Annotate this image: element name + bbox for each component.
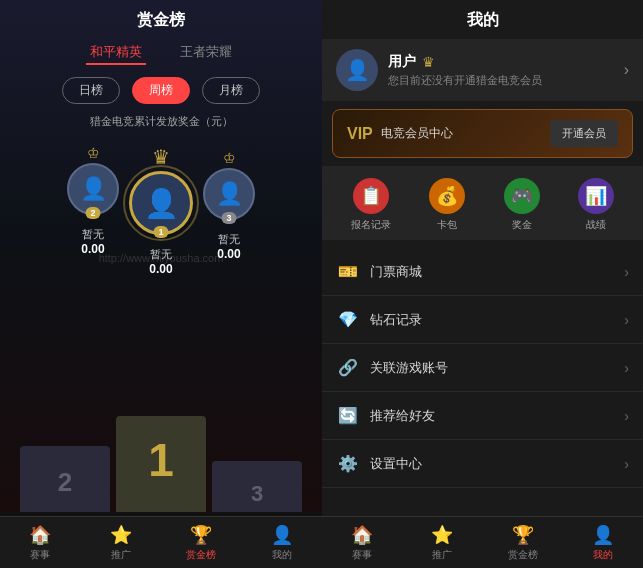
player-score-first: 0.00 xyxy=(149,262,172,276)
tuiguang-icon-right: ⭐ xyxy=(431,524,453,546)
kabao-icon: 💰 xyxy=(436,185,458,207)
zuanshi-arrow: › xyxy=(624,312,629,328)
right-bottom-nav: 🏠 赛事 ⭐ 推广 🏆 赏金榜 👤 我的 xyxy=(322,516,643,568)
game-tabs: 和平精英 王者荣耀 xyxy=(0,37,322,73)
player-first: ♛ 👤 1 暂无 0.00 xyxy=(129,145,193,276)
wode-icon-left: 👤 xyxy=(271,524,293,546)
user-avatar: 👤 xyxy=(336,49,378,91)
saishi-label-left: 赛事 xyxy=(30,548,50,562)
players-row: ♔ 👤 2 暂无 0.00 ♛ 👤 1 暂无 0.00 ♔ xyxy=(0,135,322,276)
nav-shangjinbang-left[interactable]: 🏆 赏金榜 xyxy=(176,524,226,562)
left-bottom-nav: 🏠 赛事 ⭐ 推广 🏆 赏金榜 👤 我的 xyxy=(0,516,322,568)
vip-crown-icon: ♛ xyxy=(422,54,435,70)
zhanji-icon: 📊 xyxy=(585,185,607,207)
right-panel: 我的 👤 用户 ♛ 您目前还没有开通猎金电竞会员 › VIP 电竞会员中心 开通… xyxy=(322,0,643,568)
shezhi-label: 设置中心 xyxy=(370,455,624,473)
person-icon-first: 👤 xyxy=(144,187,179,220)
player-third: ♔ 👤 3 暂无 0.00 xyxy=(203,150,255,261)
saishi-label-right: 赛事 xyxy=(352,548,372,562)
icons-row: 📋 报名记录 💰 卡包 🎮 奖金 📊 战绩 xyxy=(322,166,643,240)
menpiaosc-icon: 🎫 xyxy=(336,262,360,281)
player-name-third: 暂无 xyxy=(218,232,240,247)
kabao-label: 卡包 xyxy=(437,218,457,232)
avatar-third: 👤 3 xyxy=(203,168,255,220)
saishi-icon-right: 🏠 xyxy=(351,524,373,546)
podium-svg: 2 1 3 xyxy=(0,396,322,516)
zhanji-icon-circle: 📊 xyxy=(578,178,614,214)
menpiaosc-label: 门票商城 xyxy=(370,263,624,281)
shangjinbang-icon-left: 🏆 xyxy=(190,524,212,546)
person-icon-third: 👤 xyxy=(216,181,243,207)
svg-text:3: 3 xyxy=(251,481,263,506)
nav-tuiguang-left[interactable]: ⭐ 推广 xyxy=(96,524,146,562)
rank-badge-third: 3 xyxy=(221,212,236,224)
menu-item-shezhi[interactable]: ⚙️ 设置中心 › xyxy=(322,440,643,488)
svg-text:1: 1 xyxy=(148,434,174,486)
tuiguang-label-right: 推广 xyxy=(432,548,452,562)
zuanshi-icon: 💎 xyxy=(336,310,360,329)
jiangjin-icon: 🎮 xyxy=(511,185,533,207)
tuijian-label: 推荐给好友 xyxy=(370,407,624,425)
vip-banner[interactable]: VIP 电竞会员中心 开通会员 xyxy=(332,109,633,158)
jiangjin-icon-circle: 🎮 xyxy=(504,178,540,214)
daily-btn[interactable]: 日榜 xyxy=(62,77,120,104)
tuiguang-label-left: 推广 xyxy=(111,548,131,562)
player-score-third: 0.00 xyxy=(217,247,240,261)
user-row[interactable]: 👤 用户 ♛ 您目前还没有开通猎金电竞会员 › xyxy=(322,39,643,101)
saishi-icon-left: 🏠 xyxy=(29,524,51,546)
vip-label: VIP xyxy=(347,125,373,143)
wode-label-left: 我的 xyxy=(272,548,292,562)
icon-jiangjin[interactable]: 🎮 奖金 xyxy=(504,178,540,232)
guanlian-arrow: › xyxy=(624,360,629,376)
icon-kabao[interactable]: 💰 卡包 xyxy=(429,178,465,232)
tuijian-arrow: › xyxy=(624,408,629,424)
person-icon-second: 👤 xyxy=(80,176,107,202)
menpiaosc-arrow: › xyxy=(624,264,629,280)
nav-wode-right[interactable]: 👤 我的 xyxy=(578,524,628,562)
period-buttons: 日榜 周榜 月榜 xyxy=(0,73,322,112)
wode-icon-right: 👤 xyxy=(592,524,614,546)
shezhi-icon: ⚙️ xyxy=(336,454,360,473)
shangjinbang-icon-right: 🏆 xyxy=(512,524,534,546)
svg-text:2: 2 xyxy=(58,467,72,497)
guanlian-icon: 🔗 xyxy=(336,358,360,377)
nav-saishi-right[interactable]: 🏠 赛事 xyxy=(337,524,387,562)
nav-wode-left[interactable]: 👤 我的 xyxy=(257,524,307,562)
menu-item-menpiaosc[interactable]: 🎫 门票商城 › xyxy=(322,248,643,296)
menu-item-tuijian[interactable]: 🔄 推荐给好友 › xyxy=(322,392,643,440)
nav-saishi-left[interactable]: 🏠 赛事 xyxy=(15,524,65,562)
weekly-btn[interactable]: 周榜 xyxy=(132,77,190,104)
open-vip-button[interactable]: 开通会员 xyxy=(550,120,618,147)
shangjinbang-label-left: 赏金榜 xyxy=(186,548,216,562)
user-sub-text: 您目前还没有开通猎金电竞会员 xyxy=(388,73,614,88)
rank-badge-first: 1 xyxy=(153,226,168,238)
menu-list: 🎫 门票商城 › 💎 钻石记录 › 🔗 关联游戏账号 › 🔄 推荐给好友 › ⚙… xyxy=(322,248,643,516)
baoming-label: 报名记录 xyxy=(351,218,391,232)
nav-tuiguang-right[interactable]: ⭐ 推广 xyxy=(417,524,467,562)
icon-baoming[interactable]: 📋 报名记录 xyxy=(351,178,391,232)
rank-badge-second: 2 xyxy=(85,207,100,219)
player-second: ♔ 👤 2 暂无 0.00 xyxy=(67,145,119,256)
kabao-icon-circle: 💰 xyxy=(429,178,465,214)
left-title: 赏金榜 xyxy=(0,0,322,37)
baoming-icon-circle: 📋 xyxy=(353,178,389,214)
zhanji-label: 战绩 xyxy=(586,218,606,232)
wode-label-right: 我的 xyxy=(593,548,613,562)
menu-item-zuanshi[interactable]: 💎 钻石记录 › xyxy=(322,296,643,344)
tab-heping[interactable]: 和平精英 xyxy=(86,41,146,65)
avatar-first: 👤 1 xyxy=(129,171,193,235)
user-name-row: 用户 ♛ xyxy=(388,53,614,71)
nav-shangjinbang-right[interactable]: 🏆 赏金榜 xyxy=(498,524,548,562)
icon-zhanji[interactable]: 📊 战绩 xyxy=(578,178,614,232)
right-title: 我的 xyxy=(322,0,643,39)
baoming-icon: 📋 xyxy=(360,185,382,207)
monthly-btn[interactable]: 月榜 xyxy=(202,77,260,104)
crown-second: ♔ xyxy=(87,145,100,161)
menu-item-guanlian[interactable]: 🔗 关联游戏账号 › xyxy=(322,344,643,392)
user-info: 用户 ♛ 您目前还没有开通猎金电竞会员 xyxy=(388,53,614,88)
svg-rect-6 xyxy=(0,512,322,516)
player-name-second: 暂无 xyxy=(82,227,104,242)
tab-wangzhe[interactable]: 王者荣耀 xyxy=(176,41,236,65)
user-row-arrow: › xyxy=(624,61,629,79)
left-panel: 赏金榜 和平精英 王者荣耀 日榜 周榜 月榜 猎金电竞累计发放奖金（元） ♔ 👤… xyxy=(0,0,322,568)
